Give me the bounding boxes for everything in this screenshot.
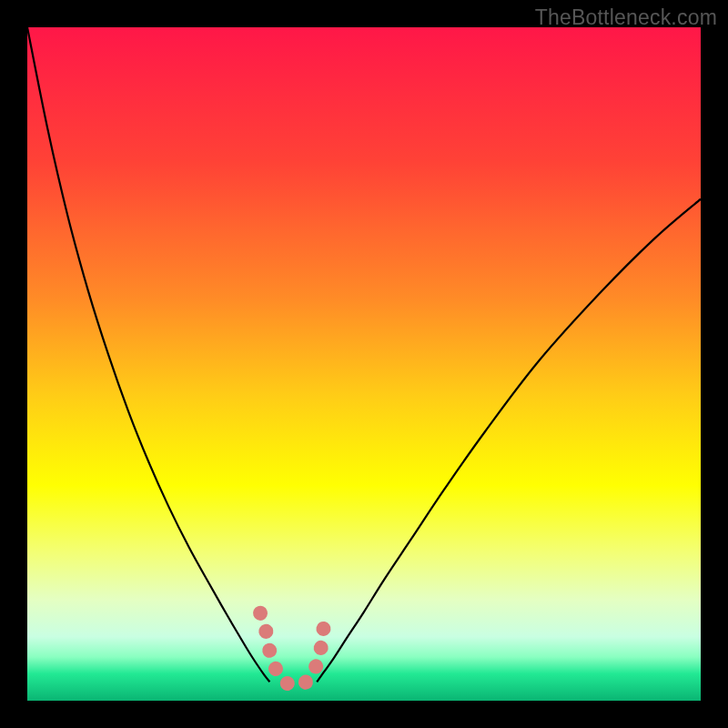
chart-svg: [27, 27, 701, 701]
gradient-background: [27, 27, 701, 701]
watermark-text: TheBottleneck.com: [535, 5, 717, 30]
chart-frame: TheBottleneck.com: [0, 0, 728, 728]
plot-area: [27, 27, 701, 701]
